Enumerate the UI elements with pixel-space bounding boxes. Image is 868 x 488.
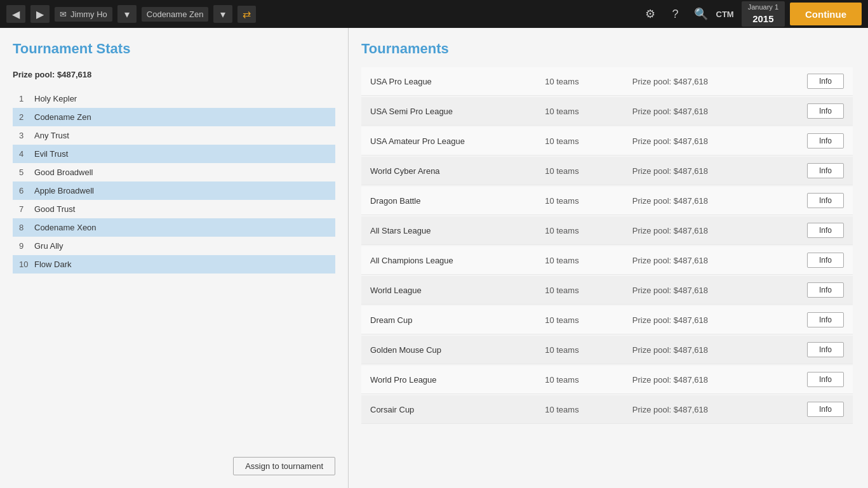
standings-rank: 5 xyxy=(19,168,34,177)
tournament-prize: Prize pool: $487,618 xyxy=(632,166,807,176)
tournament-row: USA Pro League 10 teams Prize pool: $487… xyxy=(361,67,853,96)
tournament-name: All Stars League xyxy=(370,226,545,235)
standings-item: 1Holy Kepler xyxy=(13,89,335,108)
standings-item: 9Gru Ally xyxy=(13,237,335,255)
tournament-row: USA Amateur Pro League 10 teams Prize po… xyxy=(361,127,853,155)
standings-rank: 6 xyxy=(19,186,34,195)
standings-team-name: Good Trust xyxy=(34,204,329,214)
tournaments-panel: Tournaments USA Pro League 10 teams Priz… xyxy=(349,28,868,488)
tournament-info-button[interactable]: Info xyxy=(807,342,844,357)
standings-team-name: Any Trust xyxy=(34,131,329,140)
tournament-prize: Prize pool: $487,618 xyxy=(632,77,807,86)
forward-button[interactable]: ▶ xyxy=(30,5,50,23)
standings-rank: 7 xyxy=(19,204,34,214)
tournament-prize: Prize pool: $487,618 xyxy=(632,286,807,295)
standings-rank: 10 xyxy=(19,260,34,269)
tournament-info-button[interactable]: Info xyxy=(807,312,844,327)
standings-item: 8Codename Xeon xyxy=(13,218,335,237)
tournament-name: World Pro League xyxy=(370,375,545,385)
tournament-row: Corsair Cup 10 teams Prize pool: $487,61… xyxy=(361,395,853,424)
ctm-label: CTM xyxy=(716,10,734,19)
search-button[interactable]: 🔍 xyxy=(691,4,711,24)
tournament-teams: 10 teams xyxy=(545,345,632,355)
tournament-info-button[interactable]: Info xyxy=(807,163,844,178)
standings-team-name: Evil Trust xyxy=(34,149,329,159)
standings-item: 4Evil Trust xyxy=(13,145,335,163)
tournament-teams: 10 teams xyxy=(545,226,632,235)
help-button[interactable]: ? xyxy=(665,4,686,24)
standings-team-name: Codename Xeon xyxy=(34,223,329,232)
tournament-prize: Prize pool: $487,618 xyxy=(632,375,807,385)
tournament-info-button[interactable]: Info xyxy=(807,223,844,238)
tournament-info-button[interactable]: Info xyxy=(807,103,844,119)
standings-rank: 9 xyxy=(19,241,34,251)
tournament-prize: Prize pool: $487,618 xyxy=(632,107,807,116)
assign-to-tournament-button[interactable]: Assign to tournament xyxy=(233,457,335,475)
tournament-prize: Prize pool: $487,618 xyxy=(632,405,807,414)
player-name-label: Jimmy Ho xyxy=(70,10,107,19)
standings-team-name: Flow Dark xyxy=(34,260,329,269)
tournament-row: World League 10 teams Prize pool: $487,6… xyxy=(361,276,853,305)
tournament-teams: 10 teams xyxy=(545,256,632,265)
standings-team-name: Holy Kepler xyxy=(34,94,329,103)
standings-item: 5Good Broadwell xyxy=(13,163,335,181)
tournament-prize: Prize pool: $487,618 xyxy=(632,136,807,146)
tournament-row: Dream Cup 10 teams Prize pool: $487,618 … xyxy=(361,306,853,334)
tournament-row: World Cyber Arena 10 teams Prize pool: $… xyxy=(361,157,853,185)
tournaments-scroll[interactable]: USA Pro League 10 teams Prize pool: $487… xyxy=(361,67,855,470)
continue-button[interactable]: Continue xyxy=(790,3,862,25)
prize-pool-info: Prize pool: $487,618 xyxy=(13,70,335,79)
tournament-prize: Prize pool: $487,618 xyxy=(632,196,807,206)
swap-button[interactable]: ⇄ xyxy=(237,6,256,23)
standings-item: 3Any Trust xyxy=(13,126,335,145)
tournament-stats-title: Tournament Stats xyxy=(13,41,335,57)
tournament-name: USA Pro League xyxy=(370,77,545,86)
tournament-name: World League xyxy=(370,286,545,295)
tournament-name: Golden Mouse Cup xyxy=(370,345,545,355)
player-dropdown-button[interactable]: ▾ xyxy=(117,5,137,23)
mail-icon: ✉ xyxy=(60,10,67,19)
tournament-prize: Prize pool: $487,618 xyxy=(632,315,807,325)
tournament-name: Dragon Battle xyxy=(370,196,545,206)
date-line1: January 1 xyxy=(748,3,778,12)
tournament-info-button[interactable]: Info xyxy=(807,253,844,268)
tournament-info-button[interactable]: Info xyxy=(807,282,844,298)
standings-rank: 8 xyxy=(19,223,34,232)
prize-pool-value: $487,618 xyxy=(57,70,91,79)
tournament-teams: 10 teams xyxy=(545,315,632,325)
standings-item: 7Good Trust xyxy=(13,200,335,218)
top-navigation: ◀ ▶ ✉ Jimmy Ho ▾ Codename Zen ▾ ⇄ ⚙ ? 🔍 … xyxy=(0,0,868,28)
tournament-teams: 10 teams xyxy=(545,136,632,146)
tournament-name: USA Semi Pro League xyxy=(370,107,545,116)
standings-item: 2Codename Zen xyxy=(13,108,335,126)
standings-rank: 3 xyxy=(19,131,34,140)
date-year: 2015 xyxy=(748,12,778,25)
tournament-teams: 10 teams xyxy=(545,107,632,116)
standings-rank: 1 xyxy=(19,94,34,103)
tournament-teams: 10 teams xyxy=(545,77,632,86)
standings-item: 10Flow Dark xyxy=(13,255,335,274)
tournament-prize: Prize pool: $487,618 xyxy=(632,345,807,355)
main-content: Tournament Stats Prize pool: $487,618 1H… xyxy=(0,28,868,488)
tournament-name: Corsair Cup xyxy=(370,405,545,414)
tournament-info-button[interactable]: Info xyxy=(807,193,844,208)
team-dropdown-button[interactable]: ▾ xyxy=(213,5,232,23)
tournament-info-button[interactable]: Info xyxy=(807,402,844,417)
back-button[interactable]: ◀ xyxy=(6,5,25,23)
tournament-info-button[interactable]: Info xyxy=(807,372,844,387)
standings-rank: 4 xyxy=(19,149,34,159)
tournament-name: World Cyber Arena xyxy=(370,166,545,176)
team-name-button[interactable]: Codename Zen xyxy=(142,7,209,22)
tournaments-title: Tournaments xyxy=(361,41,855,57)
date-display: January 1 2015 xyxy=(742,1,785,27)
mail-button[interactable]: ✉ Jimmy Ho xyxy=(55,7,112,22)
tournament-row: World Pro League 10 teams Prize pool: $4… xyxy=(361,366,853,394)
tournament-info-button[interactable]: Info xyxy=(807,133,844,148)
settings-button[interactable]: ⚙ xyxy=(640,4,660,24)
tournament-row: Dragon Battle 10 teams Prize pool: $487,… xyxy=(361,187,853,215)
tournament-teams: 10 teams xyxy=(545,286,632,295)
tournament-info-button[interactable]: Info xyxy=(807,74,844,89)
tournament-stats-panel: Tournament Stats Prize pool: $487,618 1H… xyxy=(0,28,349,488)
standings-list: 1Holy Kepler2Codename Zen3Any Trust4Evil… xyxy=(13,89,335,447)
tournament-prize: Prize pool: $487,618 xyxy=(632,226,807,235)
